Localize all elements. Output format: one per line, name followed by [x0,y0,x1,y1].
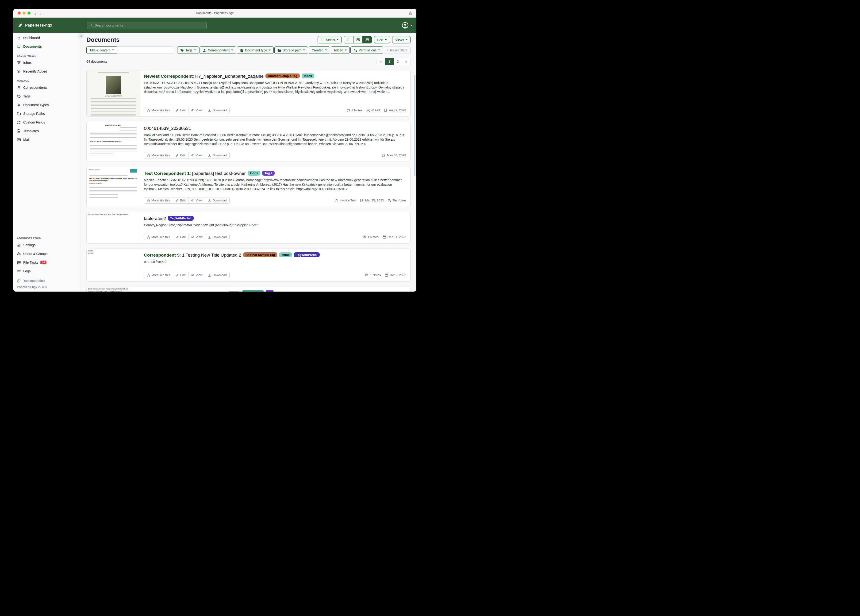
sidebar-item-settings[interactable]: Settings [13,241,80,249]
tag-pill[interactable]: Tag 2 [262,171,275,176]
document-title-link[interactable]: H7_Napoleon_Bonaparte_zadanie [195,74,264,79]
documentation-link[interactable]: Documentation [13,277,80,284]
tag-pill[interactable]: Inbox [228,291,240,292]
sidebar-item-document-types[interactable]: #Document Types [13,101,80,109]
download-button[interactable]: Download [205,107,229,113]
document-title-link[interactable]: tablerates2 [144,216,166,221]
tag-pill[interactable]: TagWithPartial [168,216,194,221]
search-field-selector[interactable]: Title & content [86,47,117,54]
pagination-page-2[interactable]: 2 [393,58,402,65]
document-title[interactable]: 0004814539_20230531 [144,125,406,132]
notes-link[interactable]: 1 Notes [365,273,381,277]
pagination-last-button[interactable]: » [402,58,411,65]
sidebar-item-custom-fields[interactable]: Custom Fields [13,118,80,126]
tag-pill[interactable] [242,290,264,292]
sort-button[interactable]: Sort [374,36,390,43]
sidebar-item-correspondents[interactable]: Correspondents [13,83,80,91]
document-title-link[interactable]: 0004814539_20230531 [144,126,191,131]
edit-button[interactable]: Edit [173,234,188,240]
tag-pill[interactable] [266,290,274,292]
forward-button[interactable]: › [40,11,42,16]
document-thumbnail[interactable]: Country,Region/State,"Zip/Postal Code","… [86,212,140,243]
filter-created-button[interactable]: Created [309,47,330,54]
document-thumbnail[interactable]: NAPOLEON BONAPARTE [86,70,140,116]
tag-pill[interactable]: Inbox [301,74,314,79]
sidebar-collapse-button[interactable]: « [78,33,83,39]
download-button[interactable]: Download [205,234,229,240]
tag-pill[interactable]: Another Sample Tag [265,74,300,79]
download-button[interactable]: Download [205,272,229,278]
reset-filters-button[interactable]: ×Reset filters [384,47,411,54]
more-like-this-button[interactable]: More like this [144,197,173,203]
view-button[interactable]: View [188,234,205,240]
user-menu[interactable] [402,22,413,29]
pagination-page-1[interactable]: 1 [385,58,394,65]
correspondent-link[interactable]: Correspondent 9 [144,253,180,258]
more-like-this-button[interactable]: More like this [144,152,173,158]
view-button[interactable]: View [188,152,205,158]
app-logo[interactable]: Paperless-ngx [17,23,80,28]
document-title[interactable]: Test Correspondent 1: [paperless] test p… [144,170,406,176]
document-thumbnail[interactable]: one,1.0five,5.0 [86,249,140,281]
more-like-this-button[interactable]: More like this [144,234,173,240]
download-button[interactable]: Download [205,152,229,158]
notes-link[interactable]: 2 Notes [347,108,363,112]
sidebar-item-logs[interactable]: Logs [13,267,80,275]
document-title[interactable]: tablerates2TagWithPartial [144,215,406,222]
grid-view-button[interactable] [353,36,363,43]
sidebar-item-users-groups[interactable]: Users & Groups [13,250,80,258]
document-title-link[interactable]: [paperless] test post-owner [192,171,246,176]
share-icon[interactable] [409,11,413,15]
sidebar-item-tags[interactable]: Tags [13,92,80,100]
document-type-link[interactable]: Invoice Test [334,198,356,202]
filter-tags-button[interactable]: Tags [177,47,199,54]
tag-pill[interactable]: Another Sample Tag [243,252,277,257]
views-button[interactable]: Views [392,36,411,43]
details-view-button[interactable] [363,36,372,43]
more-like-this-button[interactable]: More like this [144,107,173,113]
tag-pill[interactable]: Inbox [248,171,261,176]
filter-storage-path-button[interactable]: Storage path [275,47,308,54]
sidebar-item-templates[interactable]: Templates [13,127,80,135]
sidebar-item-mail[interactable]: Mail [13,136,80,144]
sidebar-item-storage-paths[interactable]: Storage Paths [13,110,80,118]
document-title[interactable]: Correspondent 9: 1 Testing New Title Upd… [144,252,406,258]
edit-button[interactable]: Edit [173,197,188,203]
sidebar-item-documents[interactable]: Documents [13,42,80,50]
more-like-this-button[interactable]: More like this [144,272,173,278]
tag-pill[interactable]: Inbox [279,252,292,257]
pagination-first-button[interactable]: « [377,58,385,65]
document-title-link[interactable]: 1 Testing New Title Updated 2 [182,253,241,258]
minimize-window-button[interactable] [22,11,25,14]
correspondent-link[interactable]: Test Correspondent 1 [144,171,190,176]
view-button[interactable]: View [188,107,205,113]
filter-added-button[interactable]: Added [331,47,350,54]
document-thumbnail[interactable]: Serial Number,Company Name,Employee Mark… [86,287,140,292]
edit-button[interactable]: Edit [173,152,188,158]
document-title[interactable]: Newest Correspondent: Sample100.csvInbox [144,290,406,292]
document-title[interactable]: Newest Correspondent: H7_Napoleon_Bonapa… [144,73,406,79]
edit-button[interactable]: Edit [173,272,188,278]
view-button[interactable]: View [188,272,205,278]
close-window-button[interactable] [17,11,20,14]
list-view-button[interactable] [344,36,353,43]
select-button[interactable]: Select [318,36,342,43]
search-input[interactable] [87,22,207,29]
tag-pill[interactable]: TagWithPartial [294,252,320,257]
document-thumbnail[interactable]: Medical TeacherHas the new Kirkpatrick g… [86,167,140,207]
filter-document-type-button[interactable]: Document type [237,47,274,54]
zoom-window-button[interactable] [27,11,30,14]
back-button[interactable]: ‹ [35,11,36,16]
edit-button[interactable]: Edit [173,107,188,113]
filter-correspondent-button[interactable]: Correspondent [199,47,236,54]
sidebar-item-recently-added[interactable]: Recently Added [13,68,80,75]
correspondent-link[interactable]: Newest Correspondent [144,74,193,79]
download-button[interactable]: Download [205,197,229,203]
sidebar-item-inbox[interactable]: Inbox [13,59,80,67]
document-thumbnail[interactable]: BANK OF SCOTLAND2,0 % p. a. auf Ihr Tage… [86,122,140,162]
title-content-filter-input[interactable] [117,47,174,54]
sidebar-item-dashboard[interactable]: Dashboard [13,34,80,42]
notes-link[interactable]: 1 Notes [363,235,378,239]
filter-permissions-button[interactable]: Permissions [350,47,383,54]
view-button[interactable]: View [188,197,205,203]
